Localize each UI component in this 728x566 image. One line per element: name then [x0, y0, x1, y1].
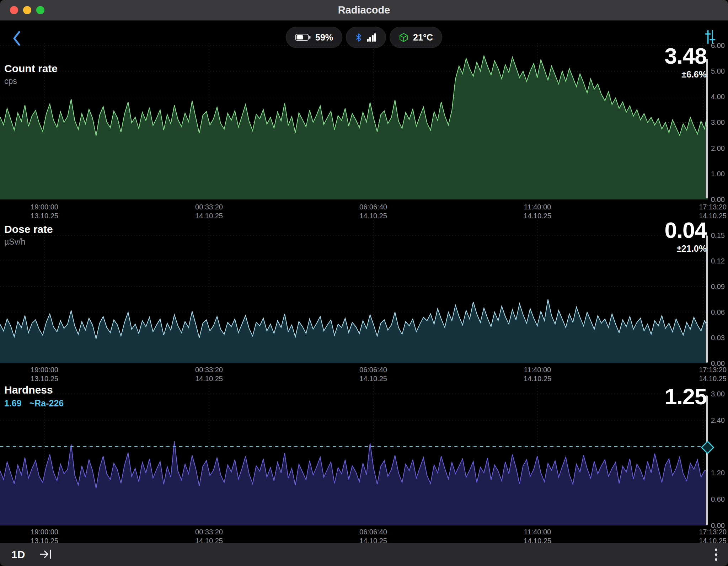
chart-title: Count rate [4, 63, 58, 75]
chart-title: Hardness [4, 384, 71, 396]
dose-rate-y-axis: 0.150.120.090.060.030.00 [711, 220, 727, 363]
hardness-value-label: 1.69 [4, 398, 22, 408]
skip-to-end-icon [39, 548, 53, 560]
hardness-current-value: 1.25 [664, 385, 707, 408]
count-rate-error: ±6.6% [664, 69, 707, 80]
battery-percent-label: 59% [315, 32, 333, 43]
count-rate-chart-section: 6.005.004.003.002.001.000.00 19:00:0013.… [0, 42, 728, 218]
y-tick-label: 3.00 [711, 390, 725, 398]
bottom-toolbar: 1D [0, 543, 728, 566]
hardness-plot[interactable] [0, 380, 708, 525]
dose-rate-current-value: 0.04 [664, 219, 707, 241]
y-tick-label: 2.00 [711, 144, 725, 153]
y-tick-label: 1.00 [711, 170, 725, 178]
y-tick-label: 0.12 [711, 257, 725, 265]
zoom-scrollbar[interactable] [706, 395, 708, 525]
y-tick-label: 0.06 [711, 308, 725, 316]
window-title: Radiacode [0, 0, 728, 20]
y-tick-label: 1.20 [711, 469, 725, 477]
y-tick-label: 2.40 [711, 416, 725, 424]
y-tick-label: 0.60 [711, 495, 725, 503]
dose-rate-chart-section: 0.150.120.090.060.030.00 19:00:0013.10.2… [0, 218, 728, 378]
skip-to-end-button[interactable] [37, 548, 55, 562]
device-cube-icon [399, 33, 408, 42]
more-menu-button[interactable] [712, 548, 720, 563]
radiacode-window: Radiacode 59% [0, 0, 728, 566]
bluetooth-icon [355, 33, 362, 42]
time-range-button[interactable]: 1D [9, 543, 27, 566]
isotope-label: ~Ra-226 [30, 398, 64, 408]
y-tick-label: 4.00 [711, 93, 725, 101]
battery-icon [295, 33, 311, 42]
chart-unit: µSv/h [4, 237, 53, 247]
zoom-scrollbar[interactable] [706, 235, 708, 363]
y-tick-label: 3.00 [711, 118, 725, 127]
count-rate-y-axis: 6.005.004.003.002.001.000.00 [711, 43, 727, 199]
count-rate-plot[interactable] [0, 43, 708, 199]
y-tick-label: 5.00 [711, 67, 725, 75]
hardness-y-axis: 3.002.401.200.600.00 [711, 380, 727, 525]
dose-rate-error: ±21.0% [664, 244, 707, 254]
y-tick-label: 6.00 [711, 42, 725, 50]
dose-rate-plot[interactable] [0, 220, 708, 363]
temperature-label: 21°C [413, 32, 433, 43]
chart-unit: cps [4, 76, 58, 86]
hardness-chart-section: 3.002.401.200.600.00 19:00:0013.10.2500:… [0, 378, 728, 543]
signal-bars-icon [367, 33, 377, 42]
kebab-menu-icon [714, 548, 718, 561]
window-titlebar[interactable]: Radiacode [0, 0, 728, 21]
chart-title: Dose rate [4, 223, 53, 235]
count-rate-current-value: 3.48 [664, 45, 707, 67]
y-tick-label: 0.03 [711, 334, 725, 342]
y-tick-label: 0.09 [711, 283, 725, 291]
y-tick-label: 0.15 [711, 231, 725, 240]
